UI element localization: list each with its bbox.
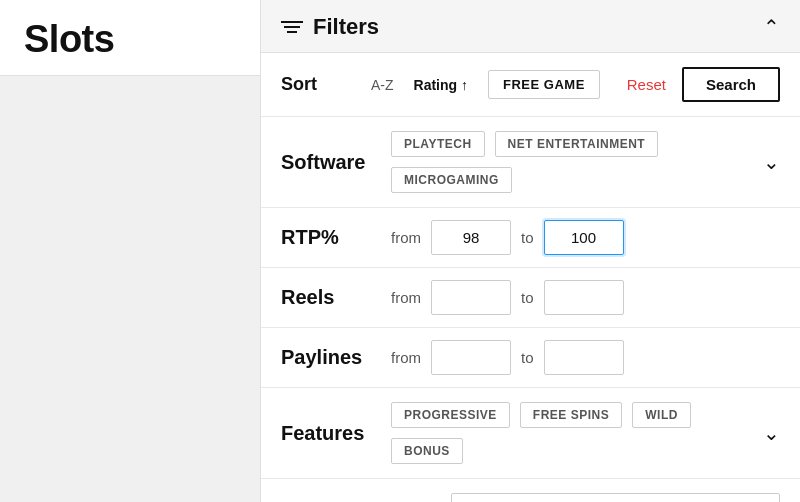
- software-tag-microgaming[interactable]: MICROGAMING: [391, 167, 512, 193]
- filter-icon[interactable]: [281, 21, 303, 33]
- software-tag-playtech[interactable]: PLAYTECH: [391, 131, 485, 157]
- sort-option-az[interactable]: A-Z: [371, 77, 394, 93]
- reels-from-input[interactable]: [431, 280, 511, 315]
- sort-option-rating[interactable]: Rating ↑: [414, 77, 468, 93]
- software-tag-net-entertainment[interactable]: NET ENTERTAINMENT: [495, 131, 659, 157]
- rtp-row: RTP% from to: [261, 208, 800, 268]
- sort-right: Reset Search: [627, 67, 780, 102]
- paylines-from-input[interactable]: [431, 340, 511, 375]
- features-label: Features: [281, 422, 381, 445]
- free-game-button[interactable]: FREE GAME: [488, 70, 600, 99]
- keyword-search-row: Keyword Search: [261, 479, 800, 502]
- sort-label: Sort: [281, 74, 341, 95]
- filters-header-left: Filters: [281, 14, 379, 40]
- sort-options: A-Z Rating ↑ FREE GAME: [371, 70, 627, 99]
- reels-row: Reels from to: [261, 268, 800, 328]
- paylines-from-label: from: [391, 349, 421, 366]
- software-row: Software PLAYTECH NET ENTERTAINMENT MICR…: [261, 117, 800, 208]
- reels-from-label: from: [391, 289, 421, 306]
- sort-row: Sort A-Z Rating ↑ FREE GAME Reset Search: [261, 53, 800, 117]
- feature-tag-wild[interactable]: WILD: [632, 402, 691, 428]
- rtp-from-input[interactable]: [431, 220, 511, 255]
- reset-button[interactable]: Reset: [627, 76, 666, 93]
- filters-title: Filters: [313, 14, 379, 40]
- reels-label: Reels: [281, 286, 381, 309]
- keyword-search-input[interactable]: [451, 493, 780, 502]
- filters-panel: Filters ⌃ Sort A-Z Rating ↑ FREE GAME Re…: [260, 0, 800, 502]
- features-tags: PROGRESSIVE FREE SPINS WILD BONUS: [391, 402, 763, 464]
- filters-header: Filters ⌃: [261, 0, 800, 53]
- features-row: Features PROGRESSIVE FREE SPINS WILD BON…: [261, 388, 800, 479]
- search-button[interactable]: Search: [682, 67, 780, 102]
- software-tags: PLAYTECH NET ENTERTAINMENT MICROGAMING: [391, 131, 763, 193]
- rtp-label: RTP%: [281, 226, 381, 249]
- reels-to-label: to: [521, 289, 534, 306]
- rtp-to-label: to: [521, 229, 534, 246]
- reels-to-input[interactable]: [544, 280, 624, 315]
- rtp-from-label: from: [391, 229, 421, 246]
- page: Slots Filters ⌃ Sort A-Z Rating ↑ FREE G…: [0, 0, 800, 502]
- paylines-to-input[interactable]: [544, 340, 624, 375]
- paylines-row: Paylines from to: [261, 328, 800, 388]
- features-expand-icon[interactable]: ⌄: [763, 423, 780, 443]
- feature-tag-bonus[interactable]: BONUS: [391, 438, 463, 464]
- paylines-to-label: to: [521, 349, 534, 366]
- paylines-label: Paylines: [281, 346, 381, 369]
- rtp-to-input[interactable]: [544, 220, 624, 255]
- software-label: Software: [281, 151, 381, 174]
- software-expand-icon[interactable]: ⌄: [763, 152, 780, 172]
- filters-collapse-icon[interactable]: ⌃: [763, 17, 780, 37]
- feature-tag-progressive[interactable]: PROGRESSIVE: [391, 402, 510, 428]
- feature-tag-free-spins[interactable]: FREE SPINS: [520, 402, 622, 428]
